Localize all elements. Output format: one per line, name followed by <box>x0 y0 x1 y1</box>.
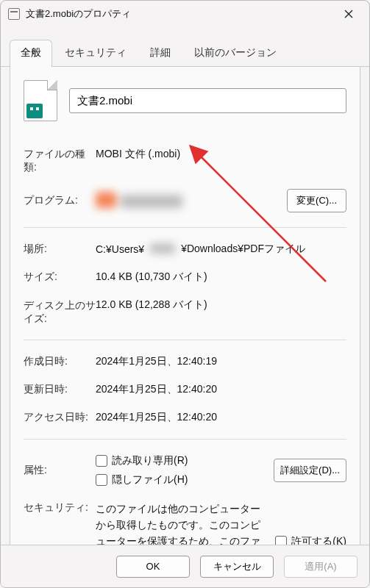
change-button[interactable]: 変更(C)... <box>287 189 346 212</box>
label-attributes: 属性: <box>24 464 96 477</box>
field-modified: 更新日時: 2024年1月25日、12:40:20 <box>24 376 346 404</box>
field-location: 場所: C:¥Users¥ ¥Downloads¥PDFファイル <box>24 235 346 263</box>
cancel-button[interactable]: キャンセル <box>200 556 274 578</box>
value-size-on-disk: 12.0 KB (12,288 バイト) <box>96 298 346 312</box>
tab-previous-versions[interactable]: 以前のバージョン <box>183 40 288 67</box>
window-icon <box>8 8 20 20</box>
field-size-on-disk: ディスク上のサイズ: 12.0 KB (12,288 バイト) <box>24 291 346 332</box>
separator <box>24 340 346 340</box>
tab-details[interactable]: 詳細 <box>139 40 182 67</box>
value-attributes: 読み取り専用(R) 隠しファイル(H) <box>96 454 274 487</box>
label-created: 作成日時: <box>24 355 96 368</box>
advanced-button[interactable]: 詳細設定(D)... <box>274 459 346 482</box>
field-accessed: アクセス日時: 2024年1月25日、12:40:20 <box>24 404 346 431</box>
hidden-checkbox[interactable]: 隠しファイル(H) <box>96 473 188 487</box>
separator <box>24 227 346 228</box>
close-icon <box>344 10 353 18</box>
filename-input[interactable] <box>69 88 346 113</box>
field-size: サイズ: 10.4 KB (10,730 バイト) <box>24 263 346 291</box>
value-type: MOBI 文件 (.mobi) <box>96 148 346 161</box>
label-accessed: アクセス日時: <box>24 411 96 424</box>
value-location: C:¥Users¥ ¥Downloads¥PDFファイル <box>96 243 346 256</box>
separator <box>24 439 346 440</box>
ok-button[interactable]: OK <box>116 556 190 578</box>
tab-security[interactable]: セキュリティ <box>54 40 138 67</box>
field-created: 作成日時: 2024年1月25日、12:40:19 <box>24 348 346 376</box>
label-modified: 更新日時: <box>24 383 96 396</box>
value-program <box>96 192 287 210</box>
close-button[interactable] <box>334 4 363 24</box>
filename-row <box>24 80 346 121</box>
readonly-label: 読み取り専用(R) <box>112 454 188 467</box>
window-title: 文書2.mobiのプロパティ <box>26 7 334 21</box>
tab-general[interactable]: 全般 <box>10 40 52 67</box>
location-prefix: C:¥Users¥ <box>96 243 144 255</box>
label-size: サイズ: <box>24 270 96 284</box>
label-program: プログラム: <box>24 194 96 207</box>
general-panel: ファイルの種類: MOBI 文件 (.mobi) プログラム: 変更(C)...… <box>10 67 360 588</box>
label-type: ファイルの種類: <box>24 148 96 174</box>
readonly-checkbox[interactable]: 読み取り専用(R) <box>96 454 188 467</box>
titlebar: 文書2.mobiのプロパティ <box>1 1 369 27</box>
label-security: セキュリティ: <box>24 501 96 514</box>
label-size-on-disk: ディスク上のサイズ: <box>24 298 96 325</box>
field-type: ファイルの種類: MOBI 文件 (.mobi) <box>24 140 346 182</box>
location-blurred <box>150 243 175 256</box>
value-accessed: 2024年1月25日、12:40:20 <box>96 411 346 424</box>
hidden-label: 隠しファイル(H) <box>112 473 188 487</box>
field-program: プログラム: 変更(C)... <box>24 182 346 220</box>
field-attributes: 属性: 読み取り専用(R) 隠しファイル(H) 詳細設定(D)... <box>24 447 346 494</box>
tabs: 全般 セキュリティ 詳細 以前のバージョン <box>1 27 369 67</box>
dialog-buttons: OK キャンセル 適用(A) <box>1 545 369 587</box>
checkbox-box <box>96 455 107 467</box>
checkbox-box <box>96 474 107 486</box>
label-location: 場所: <box>24 243 96 256</box>
value-created: 2024年1月25日、12:40:19 <box>96 355 346 368</box>
value-modified: 2024年1月25日、12:40:20 <box>96 383 346 396</box>
apply-button: 適用(A) <box>284 556 357 578</box>
file-icon <box>24 80 57 121</box>
value-size: 10.4 KB (10,730 バイト) <box>96 270 346 284</box>
location-suffix: ¥Downloads¥PDFファイル <box>181 243 305 256</box>
program-blurred <box>96 192 185 210</box>
